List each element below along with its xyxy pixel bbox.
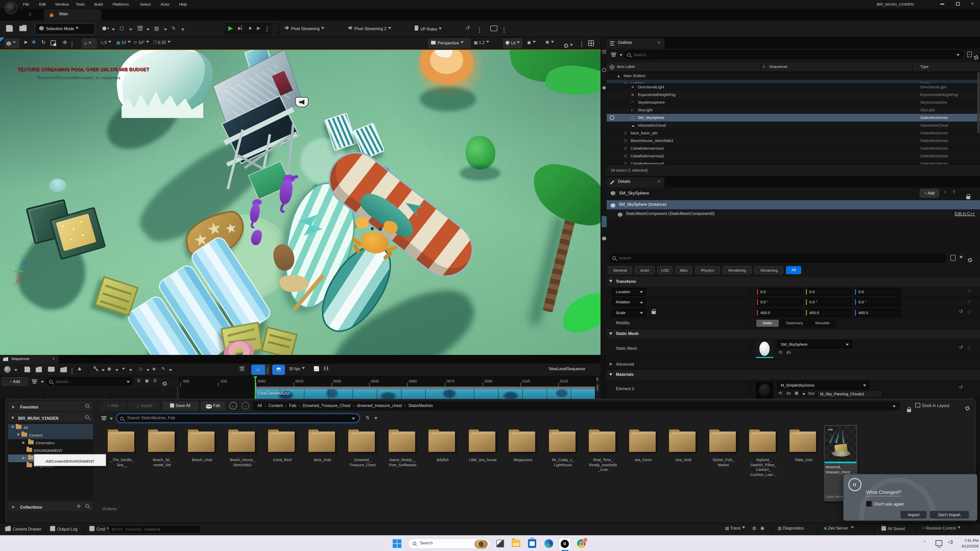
breadcrumb-drowned_treasure_chest[interactable]: drowned_treasure_chest [357, 403, 402, 408]
tree-item-content[interactable]: Content [8, 432, 93, 439]
drawer-import-button[interactable]: ⭳ Import [128, 401, 160, 411]
rotation-y-value[interactable]: 0.0 ° [805, 298, 852, 306]
tree-item-cinematics[interactable]: Cinematics [8, 439, 93, 447]
viewport-corner-wedge[interactable] [0, 37, 5, 42]
location-x-value[interactable]: 0.0 [756, 288, 803, 295]
import-button[interactable]: Import [900, 511, 927, 519]
select-tool-icon[interactable]: ➤ [24, 39, 28, 45]
favorites-header[interactable]: Favorites [8, 401, 93, 411]
outliner-tab[interactable]: Outliner × [607, 38, 664, 48]
skip-button[interactable]: ▶▏ [238, 25, 245, 31]
move-tool-icon[interactable]: ✥ [32, 39, 36, 45]
seq-world-icon[interactable] [4, 366, 11, 373]
menu-platforms[interactable]: Platforms [113, 2, 129, 6]
eject-button[interactable]: ▶ [257, 25, 261, 31]
seq-layout-icon-3[interactable]: ☰ [153, 378, 157, 383]
tray-chevron-icon[interactable]: ⌃ [923, 540, 926, 545]
actor-snap-value[interactable]: ⤯ 0 [100, 40, 111, 45]
details-tab-actor[interactable]: Actor [635, 266, 655, 274]
seq-fps-dropdown[interactable]: 30 fps [289, 367, 305, 371]
chrome-icon[interactable] [577, 539, 586, 548]
details-tab-rendering[interactable]: Rendering [722, 266, 752, 274]
viewport-settings-gear[interactable] [564, 41, 573, 50]
view-mode-icon[interactable]: ◉ [527, 40, 536, 45]
folder-tile[interactable]: Game_Ready__Free_Surfboards [383, 425, 423, 502]
scale-lock-icon[interactable] [652, 311, 656, 314]
folder-tile[interactable]: sea_horse [623, 425, 663, 502]
seq-add-button[interactable]: + Add [2, 377, 27, 385]
file-filter-icon[interactable] [101, 416, 107, 420]
seq-clapper-icon[interactable] [60, 367, 67, 372]
ms-store-icon[interactable] [528, 539, 536, 548]
all-saved-button[interactable]: All Saved [881, 526, 905, 531]
folder-tile[interactable]: Table_rose [784, 425, 824, 502]
content-drawer-button[interactable]: Content Drawer [5, 526, 41, 532]
seq-clip-icon[interactable]: 🎞 [324, 366, 328, 371]
seq-actor-icon[interactable]: ⛰ [78, 366, 81, 372]
seq-save-icon[interactable] [24, 367, 30, 372]
breadcrumb-all[interactable]: All [258, 403, 262, 408]
window-minimize-button[interactable] [940, 3, 944, 4]
static-mesh-thumbnail[interactable] [756, 341, 773, 358]
rotate-tool-icon[interactable]: ↻ [41, 39, 46, 45]
add-actor-icon[interactable]: ⬢+ [102, 25, 110, 31]
seq-kebab-1[interactable] [72, 368, 73, 375]
file-search-input[interactable]: Search StaticMeshes, Fab [116, 414, 360, 423]
menu-help[interactable]: Help [179, 2, 187, 6]
vp-roles-dropdown[interactable]: VP Roles [415, 25, 442, 32]
folder-tile[interactable]: _The_Gentle_Sea__ [102, 425, 142, 502]
cmd-dropdown[interactable]: Cmd [89, 526, 110, 532]
outliner-row[interactable]: ◐SkyLightSkyLight [607, 106, 980, 114]
outliner-settings-gear[interactable] [974, 53, 978, 62]
details-lock-icon[interactable] [966, 196, 970, 199]
edit-in-cpp-link[interactable]: Edit in C++ [955, 209, 975, 218]
task-view-icon[interactable] [496, 540, 504, 548]
seq-layout-icon-2[interactable]: ▣ [145, 378, 149, 383]
material-checker-icon[interactable]: ▦ [795, 391, 799, 395]
camera-speed-value[interactable]: ▦ 1.2 [474, 40, 489, 45]
folder-tile[interactable]: Coral_Reef [262, 425, 302, 502]
side-sliders-icon[interactable]: ⫼ [597, 377, 598, 381]
edge-icon[interactable] [544, 539, 553, 548]
scale-dropdown[interactable]: Scale [612, 309, 646, 317]
mobility-movable[interactable]: Movable [810, 320, 835, 327]
viewport-3d[interactable]: TEXTURE STREAMING POOL OVER 106.375 MiB … [0, 49, 601, 355]
rotation-z-value[interactable]: 0.0 ° [854, 298, 901, 306]
menu-window[interactable]: Window [55, 2, 69, 6]
forward-button[interactable]: → [242, 402, 249, 409]
sequencer-tab-close-icon[interactable]: × [52, 357, 55, 361]
visibility-eye-icon[interactable] [610, 65, 614, 70]
file-explorer-icon[interactable] [512, 540, 520, 547]
output-log-button[interactable]: Output Log [50, 526, 77, 532]
outliner-row[interactable]: ⬡SM_SkySphereStaticMeshActor [607, 114, 980, 121]
outliner-row[interactable]: ≋ExponentialHeightFogExponentialHeightFo… [607, 91, 980, 99]
seq-filter-icon[interactable] [32, 379, 37, 384]
drawer-add-button[interactable]: + Add [100, 401, 126, 411]
static-mesh-browse-icon[interactable]: 🗁 [786, 350, 791, 355]
column-type[interactable]: Type [920, 64, 929, 69]
seq-wand-icon[interactable]: ✦ [121, 366, 126, 371]
folder-tile[interactable]: Drowned_Treasure_Chest [343, 425, 382, 502]
materials-section-header[interactable]: Materials [607, 370, 980, 379]
location-z-value[interactable]: 0.0 [854, 288, 901, 295]
folder-tile[interactable]: Mr_Craby_s_Lighthouse [543, 425, 583, 502]
tree-item-environment[interactable]: ENVIRONMENT [8, 447, 93, 454]
window-maximize-button[interactable] [956, 2, 959, 6]
breadcrumb-content[interactable]: Content [268, 403, 283, 408]
scale-x-value[interactable]: 400.0 [756, 309, 803, 317]
world-space-icon[interactable]: ⊕ [63, 39, 67, 45]
mobility-static[interactable]: Static [756, 320, 778, 327]
details-tab-streaming[interactable]: Streaming [754, 266, 784, 274]
outliner-row[interactable]: ⬡Caballodemarrosa3StaticMeshActor [607, 160, 980, 164]
menu-tools[interactable]: Tools [76, 2, 85, 6]
details-tab-misc[interactable]: Misc [675, 266, 693, 274]
seq-pen-icon[interactable]: ✎ [161, 366, 165, 371]
details-tab-all[interactable]: All [786, 266, 802, 274]
dont-ask-checkbox[interactable] [866, 501, 872, 506]
tree-item-all[interactable]: All [8, 424, 93, 432]
scale-snap-value[interactable]: ❒ 0.25 [153, 40, 170, 45]
outliner-row[interactable]: ☀DirectionalLightDirectionalLight [607, 83, 980, 91]
static-mesh-use-icon[interactable]: ⟲ [778, 350, 782, 355]
folder-tile[interactable]: Stylize_Fish_Market [703, 425, 743, 502]
undo-history-icon[interactable]: ↺ [466, 25, 470, 31]
